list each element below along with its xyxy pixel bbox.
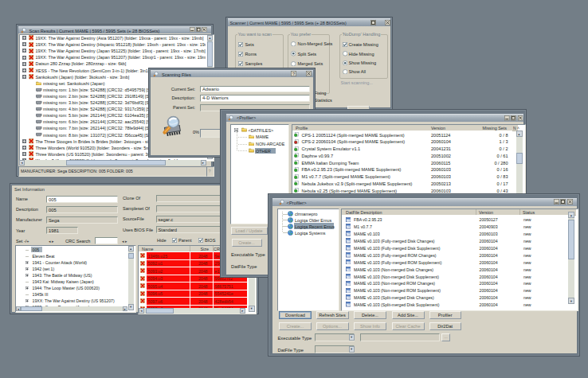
svg-text:?: ? [292,72,295,76]
